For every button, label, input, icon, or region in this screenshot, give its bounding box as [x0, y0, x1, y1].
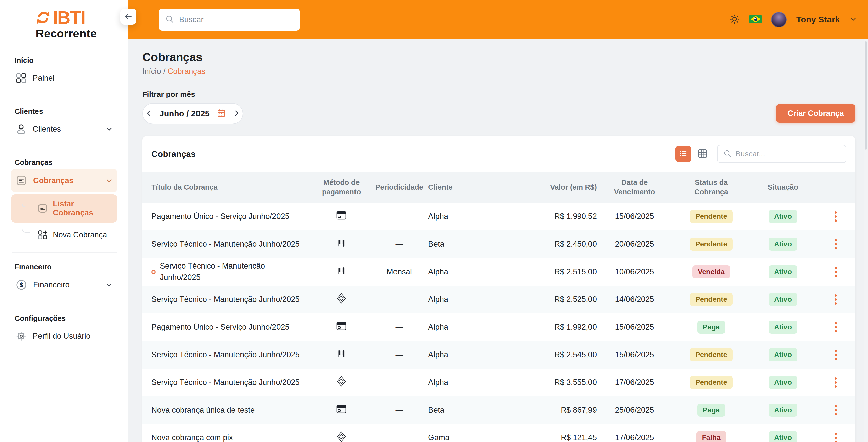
month-picker[interactable]: Junho / 2025: [143, 103, 243, 124]
breadcrumb: Início / Cobranças: [143, 67, 856, 76]
user-icon: [16, 124, 27, 135]
search-icon: [723, 149, 732, 159]
row-actions-menu[interactable]: [816, 350, 856, 360]
add-grid-icon: [37, 230, 48, 240]
table-row[interactable]: Serviço Técnico - Manutenção Junho/2025 …: [143, 258, 856, 285]
theme-sun-icon[interactable]: [730, 14, 740, 25]
situation-badge: Ativo: [769, 376, 797, 389]
row-actions-menu[interactable]: [816, 322, 856, 332]
row-title: Nova cobrança com pix: [151, 432, 233, 442]
topbar: Tony Stark: [128, 0, 868, 39]
row-client: Beta: [428, 406, 511, 415]
sidebar-item-clientes[interactable]: Clientes: [11, 118, 117, 141]
row-title: Serviço Técnico - Manutenção Junho/2025: [151, 377, 300, 388]
sidebar: IBTI Recorrente Início Painel Clientes C…: [0, 0, 128, 442]
scrollbar[interactable]: [864, 39, 868, 442]
gear-icon: [16, 331, 27, 342]
chevron-down-icon: [106, 177, 113, 184]
row-value: R$ 2.525,00: [511, 295, 597, 304]
row-title: Serviço Técnico - Manutenção Junho/2025: [160, 261, 265, 283]
row-actions-menu[interactable]: [816, 239, 856, 249]
row-due: 15/06/2025: [597, 322, 672, 332]
search-icon: [165, 14, 174, 25]
row-period: Mensal: [370, 267, 428, 276]
table-row[interactable]: Serviço Técnico - Manutenção Junho/2025 …: [143, 341, 856, 369]
situation-badge: Ativo: [769, 348, 797, 361]
sidebar-item-label: Nova Cobrança: [53, 230, 107, 239]
user-avatar[interactable]: [771, 12, 787, 27]
table-row[interactable]: Serviço Técnico - Manutenção Junho/2025 …: [143, 369, 856, 396]
sidebar-item-label: Perfil do Usuário: [33, 332, 90, 341]
table-body: Pagamento Único - Serviço Junho/2025 — A…: [143, 203, 856, 442]
table-search[interactable]: [717, 145, 846, 163]
row-title: Serviço Técnico - Manutenção Junho/2025: [151, 294, 300, 305]
col-client: Cliente: [428, 182, 511, 192]
sidebar-divider: [11, 148, 117, 148]
pix-icon: [312, 293, 370, 306]
breadcrumb-root[interactable]: Início: [143, 67, 161, 76]
cobrancas-submenu: Listar Cobranças Nova Cobrança: [0, 194, 128, 245]
scrollbar-thumb[interactable]: [865, 41, 867, 149]
card-icon: [312, 211, 370, 222]
row-due: 17/06/2025: [597, 433, 672, 442]
sidebar-divider: [11, 97, 117, 97]
row-period: —: [370, 295, 428, 304]
calendar-icon[interactable]: [217, 108, 226, 119]
col-status: Status da Cobrança: [672, 178, 750, 197]
col-title: Título da Cobrança: [151, 182, 312, 192]
row-period: —: [370, 350, 428, 359]
card-icon: [312, 322, 370, 332]
chevron-down-icon: [106, 126, 113, 133]
row-value: R$ 1.990,52: [511, 212, 597, 221]
row-title: Pagamento Único - Serviço Junho/2025: [151, 211, 289, 222]
situation-badge: Ativo: [769, 210, 797, 223]
pix-icon: [312, 376, 370, 389]
sidebar-item-cobrancas[interactable]: Cobranças: [11, 169, 117, 192]
user-menu-chevron-icon[interactable]: [849, 15, 857, 24]
row-title: Nova cobrança única de teste: [151, 405, 255, 416]
status-badge: Pendente: [690, 238, 733, 251]
row-value: R$ 2.545,00: [511, 350, 597, 359]
table-row[interactable]: Nova cobrança única de teste — Beta R$ 8…: [143, 396, 856, 424]
row-actions-menu[interactable]: [816, 267, 856, 277]
table-row[interactable]: Pagamento Único - Serviço Junho/2025 — A…: [143, 203, 856, 230]
card-title: Cobranças: [151, 149, 196, 159]
global-search-input[interactable]: [179, 15, 293, 24]
row-value: R$ 2.515,00: [511, 267, 597, 276]
row-actions-menu[interactable]: [816, 405, 856, 415]
row-actions-menu[interactable]: [816, 295, 856, 305]
section-label-inicio: Início: [14, 56, 128, 65]
row-actions-menu[interactable]: [816, 433, 856, 442]
section-label-configuracoes: Configurações: [14, 314, 128, 322]
sidebar-item-painel[interactable]: Painel: [11, 67, 117, 90]
row-client: Alpha: [428, 322, 511, 332]
list-view-button[interactable]: [675, 146, 691, 162]
global-search[interactable]: [158, 8, 300, 31]
sidebar-divider: [11, 252, 117, 253]
table-row[interactable]: Pagamento Único - Serviço Junho/2025 — A…: [143, 313, 856, 341]
sidebar-item-perfil-usuario[interactable]: Perfil do Usuário: [11, 325, 117, 348]
language-flag-brazil-icon[interactable]: [749, 15, 762, 24]
grid-view-button[interactable]: [696, 147, 710, 161]
next-month-icon[interactable]: [233, 110, 240, 117]
row-value: R$ 121,45: [511, 433, 597, 442]
create-billing-button[interactable]: Criar Cobrança: [776, 104, 856, 123]
prev-month-icon[interactable]: [146, 110, 152, 117]
situation-badge: Ativo: [769, 238, 797, 251]
sidebar-item-financeiro[interactable]: $ Financeiro: [11, 273, 117, 297]
table-row[interactable]: Serviço Técnico - Manutenção Junho/2025 …: [143, 230, 856, 258]
row-actions-menu[interactable]: [816, 377, 856, 388]
status-badge: Pendente: [690, 293, 733, 306]
row-client: Alpha: [428, 212, 511, 221]
billings-card: Cobranças: [143, 136, 856, 442]
table-row[interactable]: Nova cobrança com pix — Gama R$ 121,45 1…: [143, 424, 856, 442]
table-row[interactable]: Serviço Técnico - Manutenção Junho/2025 …: [143, 285, 856, 313]
sidebar-collapse-button[interactable]: [120, 8, 136, 25]
sidebar-divider: [11, 304, 117, 304]
billing-list-icon: [37, 203, 48, 214]
row-client: Alpha: [428, 295, 511, 304]
barcode-icon: [312, 349, 370, 361]
table-search-input[interactable]: [736, 149, 840, 158]
row-actions-menu[interactable]: [816, 211, 856, 222]
situation-badge: Ativo: [769, 265, 797, 278]
